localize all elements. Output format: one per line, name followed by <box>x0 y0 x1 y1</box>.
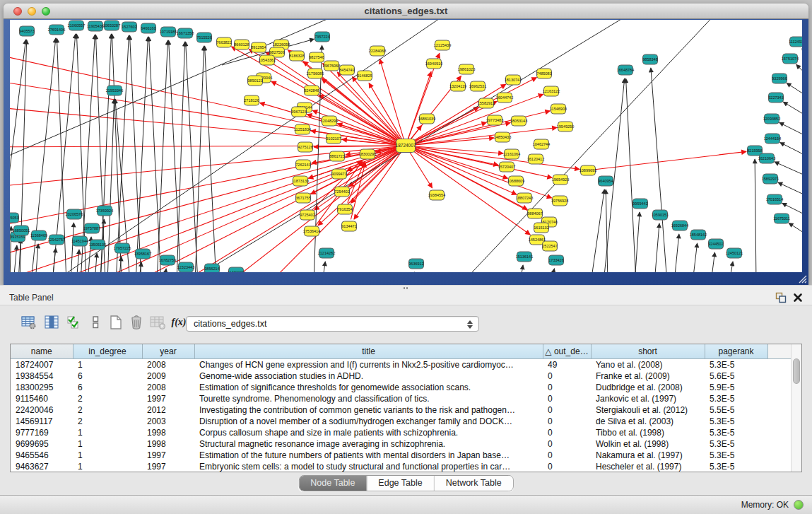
graph-edge[interactable] <box>76 250 79 272</box>
tab-node-table[interactable]: Node Table <box>299 476 366 491</box>
graph-node[interactable]: 22284068 <box>369 46 386 56</box>
graph-node[interactable]: 9640954 <box>598 176 613 186</box>
graph-node[interactable]: 16671358 <box>177 28 194 38</box>
close-panel-icon[interactable] <box>792 292 804 303</box>
graph-node[interactable]: 10653287 <box>103 21 120 30</box>
graph-node[interactable]: 9405573 <box>19 26 34 36</box>
graph-node[interactable]: 11905436 <box>87 21 104 31</box>
graph-edge[interactable] <box>314 45 322 272</box>
table-row[interactable]: 1456911722003Disruption of a novel membe… <box>11 416 791 427</box>
table-row[interactable]: 1830029562008Estimation of significance … <box>11 382 791 393</box>
graph-edge[interactable] <box>462 20 717 272</box>
graph-node[interactable]: 11124938 <box>789 37 802 47</box>
graph-node[interactable]: 3915053 <box>10 213 19 223</box>
column-header-short[interactable]: short <box>591 344 705 359</box>
graph-edge[interactable] <box>177 42 185 272</box>
graph-edge[interactable] <box>52 248 56 272</box>
graph-node[interactable]: 9856214 <box>204 264 219 272</box>
graph-edge[interactable] <box>35 244 38 272</box>
column-header-name[interactable]: name <box>11 344 73 359</box>
graph-edge[interactable] <box>674 234 679 272</box>
graph-node[interactable]: 16648784 <box>617 65 634 75</box>
graph-edge[interactable] <box>71 223 73 272</box>
graph-node[interactable]: 19757887 <box>83 223 100 233</box>
graph-edge[interactable] <box>408 71 431 139</box>
graph-node[interactable]: 13505135 <box>89 240 106 250</box>
graph-edge[interactable] <box>312 160 362 210</box>
column-header-in_degree[interactable]: in_degree <box>73 344 142 359</box>
graph-node[interactable]: 16210643 <box>758 153 775 163</box>
graph-edge[interactable] <box>693 243 698 272</box>
graph-node[interactable]: 27691406 <box>48 25 65 35</box>
graph-node[interactable]: 9827546 <box>309 52 324 62</box>
graph-node[interactable]: 1527602 <box>122 22 136 32</box>
graph-edge[interactable] <box>711 252 714 272</box>
graph-node[interactable]: 21060557 <box>68 21 85 30</box>
graph-edge[interactable] <box>13 245 17 272</box>
graph-node[interactable]: 18548142 <box>690 230 707 240</box>
graph-edge[interactable] <box>729 262 733 272</box>
graph-node-hub[interactable]: 18724007 <box>396 139 416 153</box>
graph-node[interactable]: 12161064 <box>503 149 520 159</box>
graph-node[interactable]: 10462744 <box>533 139 550 149</box>
graph-node[interactable]: 8186328 <box>289 51 304 61</box>
graph-node[interactable]: 11568469 <box>30 230 47 240</box>
graph-node[interactable]: 7515526 <box>196 33 211 42</box>
graph-node[interactable]: 9329966 <box>772 74 787 83</box>
graph-node[interactable]: 10899695 <box>579 165 596 175</box>
graph-node[interactable]: 12450121 <box>726 248 743 258</box>
table-row[interactable]: 911546021997Tourette syndrome. Phenomeno… <box>11 393 791 404</box>
graph-node[interactable]: 8861723 <box>329 151 344 161</box>
graph-node[interactable]: 7663822 <box>216 37 231 47</box>
graph-edge[interactable] <box>354 151 401 219</box>
graph-node[interactable]: 1733426 <box>548 255 563 265</box>
graph-node[interactable]: 7485083 <box>536 69 551 78</box>
graph-edge[interactable] <box>348 162 365 203</box>
graph-edge[interactable] <box>520 265 523 272</box>
graph-node[interactable]: 8660128 <box>234 40 249 49</box>
graph-node[interactable]: 18130742 <box>505 75 522 85</box>
panel-divider[interactable] <box>0 285 812 290</box>
graph-edge[interactable] <box>95 35 105 272</box>
graph-edge[interactable] <box>755 159 756 272</box>
graph-node[interactable]: 9102107 <box>326 134 341 144</box>
graph-node[interactable]: 7262143 <box>295 160 310 170</box>
table-row[interactable]: 946554611997Estimation of the future num… <box>11 450 791 461</box>
graph-node[interactable]: 16850051 <box>13 226 30 235</box>
graph-node[interactable]: 17536414 <box>303 226 320 236</box>
select-columns-button[interactable] <box>42 313 61 332</box>
graph-node[interactable]: 16044742 <box>496 93 513 103</box>
window-titlebar[interactable]: citations_edges.txt <box>4 4 808 19</box>
graph-node[interactable]: 6466160 <box>141 23 155 33</box>
graph-node[interactable]: 9636912 <box>408 259 423 269</box>
graph-node[interactable]: 19861023 <box>458 64 475 74</box>
graph-node[interactable]: 21953346 <box>106 86 123 95</box>
graph-node[interactable]: 10590151 <box>652 210 669 220</box>
graph-node[interactable]: 7916354 <box>337 204 352 214</box>
graph-edge[interactable] <box>651 68 667 272</box>
graph-edge[interactable] <box>116 35 129 272</box>
graph-node[interactable]: 13204119 <box>449 81 466 91</box>
table-row[interactable]: 946362711997Embryonic stem cells: a mode… <box>11 461 791 472</box>
graph-node[interactable]: 29676068 <box>323 61 340 71</box>
graph-edge[interactable] <box>787 83 802 99</box>
graph-node[interactable]: 19756928 <box>551 196 568 206</box>
graph-node[interactable]: 13958167 <box>134 249 151 259</box>
graph-node[interactable]: 16120412 <box>527 154 544 164</box>
graph-edge[interactable] <box>775 162 802 178</box>
graph-node[interactable]: 9884067 <box>527 209 542 218</box>
graph-node[interactable]: 10543362 <box>259 55 276 65</box>
graph-edge[interactable] <box>130 35 141 272</box>
graph-node[interactable]: 15751074 <box>782 54 799 64</box>
graph-node[interactable]: 3967123 <box>291 107 306 117</box>
graph-edge[interactable] <box>551 269 554 272</box>
graph-node[interactable]: 12942757 <box>48 235 65 245</box>
column-header-out_degree[interactable]: △ out_de… <box>543 344 591 359</box>
column-header-year[interactable]: year <box>142 344 194 359</box>
float-window-icon[interactable] <box>775 292 787 303</box>
graph-node[interactable]: 15582912 <box>478 98 495 108</box>
new-document-button[interactable] <box>107 313 125 332</box>
table-row[interactable]: 977716911998Corpus callosum shape and si… <box>11 427 791 438</box>
graph-node[interactable]: 9244502 <box>708 239 723 249</box>
graph-node[interactable]: 16926844 <box>671 221 688 230</box>
